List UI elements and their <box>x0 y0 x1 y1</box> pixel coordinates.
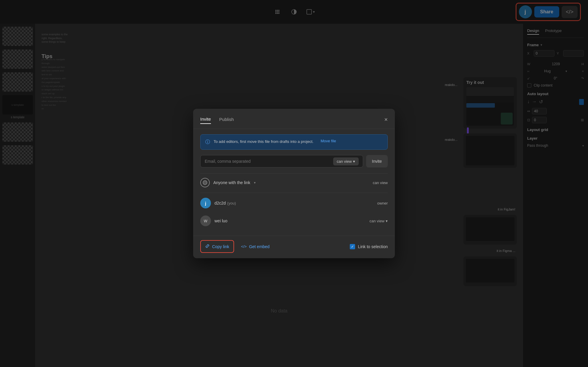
divider-1 <box>200 193 388 193</box>
anyone-link-chevron-icon[interactable]: ▾ <box>254 181 256 185</box>
user1-info: d2c2d (you) <box>214 200 236 206</box>
user2-role-dropdown[interactable]: can view ▾ <box>369 219 388 223</box>
info-banner-text: To add editors, first move this file fro… <box>214 139 314 145</box>
anyone-link-row: Anyone with the link ▾ can view <box>200 173 388 192</box>
permission-chevron-icon: ▾ <box>353 159 355 164</box>
embed-icon: </> <box>241 244 247 249</box>
invite-button[interactable]: Invite <box>366 155 388 167</box>
user1-left: j d2c2d (you) <box>200 198 236 208</box>
copy-link-button[interactable]: Copy link <box>200 240 234 253</box>
modal-header: Invite Publish × <box>193 109 395 129</box>
footer-right: ✓ Link to selection <box>350 244 388 249</box>
user2-role-chevron-icon: ▾ <box>386 219 388 223</box>
link-selection-checkbox[interactable]: ✓ <box>350 244 355 249</box>
user2-name: wei luo <box>214 218 228 223</box>
user-row-owner: j d2c2d (you) owner <box>200 194 388 212</box>
anyone-link-label: Anyone with the link <box>213 180 250 185</box>
user2-left: W wei luo <box>200 216 228 226</box>
info-banner: ⓘ To add editors, first move this file f… <box>200 134 388 150</box>
can-view-label: can view <box>337 159 352 164</box>
anyone-link-left: Anyone with the link ▾ <box>200 178 256 187</box>
globe-icon <box>200 178 210 187</box>
modal-tab-publish[interactable]: Publish <box>219 115 234 124</box>
copy-link-icon <box>205 244 210 249</box>
email-invite-row: can view ▾ Invite <box>200 155 388 167</box>
modal-footer: Copy link </> Get embed ✓ Link to select… <box>193 236 395 258</box>
user1-avatar: j <box>200 198 211 208</box>
share-modal: Invite Publish × ⓘ To add editors, first… <box>193 109 395 258</box>
user1-you: (you) <box>227 201 236 205</box>
user2-avatar: W <box>200 216 211 226</box>
user1-name: d2c2d <box>214 201 226 205</box>
permission-dropdown[interactable]: can view ▾ <box>333 157 359 165</box>
email-input[interactable] <box>205 155 330 167</box>
get-embed-button[interactable]: </> Get embed <box>241 244 270 249</box>
modal-close-button[interactable]: × <box>384 117 388 122</box>
user-row-viewer: W wei luo can view ▾ <box>200 212 388 230</box>
link-selection-label: Link to selection <box>358 244 388 249</box>
move-file-link[interactable]: Move file <box>321 139 336 143</box>
modal-tab-invite[interactable]: Invite <box>200 115 211 124</box>
user1-role: owner <box>377 201 388 205</box>
modal-body: ⓘ To add editors, first move this file f… <box>193 129 395 236</box>
footer-left: Copy link </> Get embed <box>200 240 270 253</box>
info-icon: ⓘ <box>205 139 210 145</box>
email-input-wrap: can view ▾ <box>200 155 363 167</box>
anyone-can-view-label: can view <box>373 181 388 185</box>
